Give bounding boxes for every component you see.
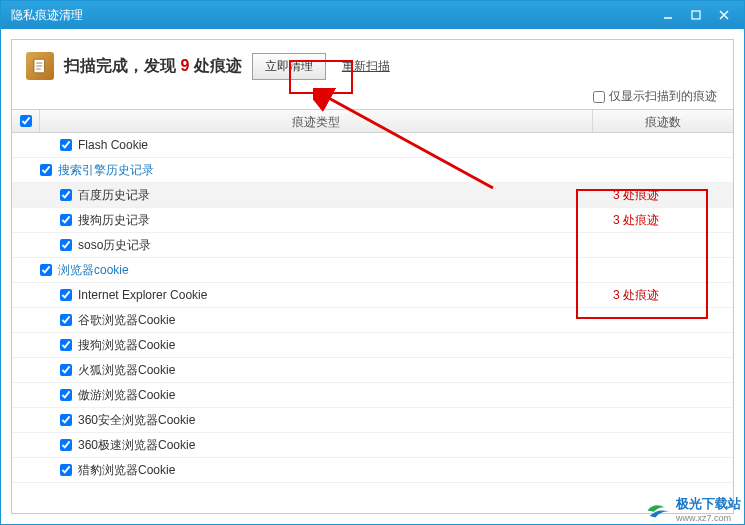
row-checkbox[interactable] <box>60 314 72 326</box>
minimize-button[interactable] <box>654 5 682 25</box>
row-label-wrap: 搜狗浏览器Cookie <box>12 337 609 354</box>
select-all-checkbox[interactable] <box>20 115 32 127</box>
row-label-wrap: 浏览器cookie <box>12 262 609 279</box>
window-title: 隐私痕迹清理 <box>11 7 654 24</box>
row-label-wrap: 傲游浏览器Cookie <box>12 387 609 404</box>
scan-suffix: 处痕迹 <box>189 57 241 74</box>
group-row[interactable]: 浏览器cookie <box>12 258 733 283</box>
scan-result-icon <box>26 52 54 80</box>
row-checkbox[interactable] <box>60 239 72 251</box>
row-label: Internet Explorer Cookie <box>78 288 207 302</box>
row-label-wrap: 谷歌浏览器Cookie <box>12 312 609 329</box>
item-row[interactable]: 谷歌浏览器Cookie <box>12 308 733 333</box>
row-label: 360极速浏览器Cookie <box>78 437 195 454</box>
item-row[interactable]: 傲游浏览器Cookie <box>12 383 733 408</box>
item-row[interactable]: 搜狗浏览器Cookie <box>12 333 733 358</box>
display-option-row: 仅显示扫描到的痕迹 <box>12 86 733 109</box>
item-row[interactable]: 猎豹浏览器Cookie <box>12 458 733 483</box>
clean-now-button[interactable]: 立即清理 <box>252 53 326 80</box>
inner-panel: 扫描完成，发现 9 处痕迹 立即清理 重新扫描 仅显示扫描到的痕迹 痕迹类型 痕… <box>11 39 734 514</box>
row-label-wrap: 猎豹浏览器Cookie <box>12 462 609 479</box>
row-label-wrap: 搜索引擎历史记录 <box>12 162 609 179</box>
row-checkbox[interactable] <box>60 189 72 201</box>
table-header: 痕迹类型 痕迹数 <box>12 109 733 133</box>
column-count: 痕迹数 <box>593 110 733 132</box>
content-wrap: 扫描完成，发现 9 处痕迹 立即清理 重新扫描 仅显示扫描到的痕迹 痕迹类型 痕… <box>1 29 744 524</box>
row-checkbox[interactable] <box>60 214 72 226</box>
row-checkbox[interactable] <box>60 439 72 451</box>
item-row[interactable]: Flash Cookie <box>12 133 733 158</box>
row-checkbox[interactable] <box>60 289 72 301</box>
row-label: 搜索引擎历史记录 <box>58 162 154 179</box>
titlebar: 隐私痕迹清理 <box>1 1 744 29</box>
scan-header: 扫描完成，发现 9 处痕迹 立即清理 重新扫描 <box>12 40 733 86</box>
item-row[interactable]: Internet Explorer Cookie3 处痕迹 <box>12 283 733 308</box>
row-count: 3 处痕迹 <box>609 187 733 204</box>
rescan-link[interactable]: 重新扫描 <box>342 58 390 75</box>
svg-rect-1 <box>692 11 700 19</box>
header-check-cell <box>12 110 40 132</box>
row-label: 猎豹浏览器Cookie <box>78 462 175 479</box>
item-row[interactable]: 360安全浏览器Cookie <box>12 408 733 433</box>
row-label: 360安全浏览器Cookie <box>78 412 195 429</box>
row-label-wrap: 搜狗历史记录 <box>12 212 609 229</box>
row-label: 傲游浏览器Cookie <box>78 387 175 404</box>
row-label-wrap: 360极速浏览器Cookie <box>12 437 609 454</box>
row-checkbox[interactable] <box>40 164 52 176</box>
row-label: 搜狗历史记录 <box>78 212 150 229</box>
app-window: 隐私痕迹清理 扫描完成，发现 9 处痕迹 立即清理 重新扫描 <box>0 0 745 525</box>
only-found-checkbox[interactable] <box>593 91 605 103</box>
row-checkbox[interactable] <box>60 139 72 151</box>
item-row[interactable]: 火狐浏览器Cookie <box>12 358 733 383</box>
row-label: 搜狗浏览器Cookie <box>78 337 175 354</box>
row-label-wrap: 火狐浏览器Cookie <box>12 362 609 379</box>
row-label: 火狐浏览器Cookie <box>78 362 175 379</box>
item-row[interactable]: 百度历史记录3 处痕迹 <box>12 183 733 208</box>
row-checkbox[interactable] <box>60 389 72 401</box>
group-row[interactable]: 搜索引擎历史记录 <box>12 158 733 183</box>
close-button[interactable] <box>710 5 738 25</box>
row-label: 谷歌浏览器Cookie <box>78 312 175 329</box>
row-label-wrap: 百度历史记录 <box>12 187 609 204</box>
row-label-wrap: Flash Cookie <box>12 138 609 152</box>
row-checkbox[interactable] <box>60 414 72 426</box>
column-type: 痕迹类型 <box>40 110 593 132</box>
row-label-wrap: Internet Explorer Cookie <box>12 288 609 302</box>
maximize-button[interactable] <box>682 5 710 25</box>
item-row[interactable]: 360极速浏览器Cookie <box>12 433 733 458</box>
row-label-wrap: 360安全浏览器Cookie <box>12 412 609 429</box>
row-checkbox[interactable] <box>40 264 52 276</box>
row-label: soso历史记录 <box>78 237 151 254</box>
row-label: 百度历史记录 <box>78 187 150 204</box>
scan-prefix: 扫描完成，发现 <box>64 57 180 74</box>
item-row[interactable]: 搜狗历史记录3 处痕迹 <box>12 208 733 233</box>
scan-summary: 扫描完成，发现 9 处痕迹 <box>64 56 242 77</box>
row-label: Flash Cookie <box>78 138 148 152</box>
only-found-label: 仅显示扫描到的痕迹 <box>609 88 717 105</box>
row-count: 3 处痕迹 <box>609 212 733 229</box>
item-row[interactable]: soso历史记录 <box>12 233 733 258</box>
row-count: 3 处痕迹 <box>609 287 733 304</box>
row-label: 浏览器cookie <box>58 262 129 279</box>
row-checkbox[interactable] <box>60 339 72 351</box>
row-checkbox[interactable] <box>60 464 72 476</box>
rows-scroll-area[interactable]: Flash Cookie搜索引擎历史记录百度历史记录3 处痕迹搜狗历史记录3 处… <box>12 133 733 513</box>
row-label-wrap: soso历史记录 <box>12 237 609 254</box>
row-checkbox[interactable] <box>60 364 72 376</box>
